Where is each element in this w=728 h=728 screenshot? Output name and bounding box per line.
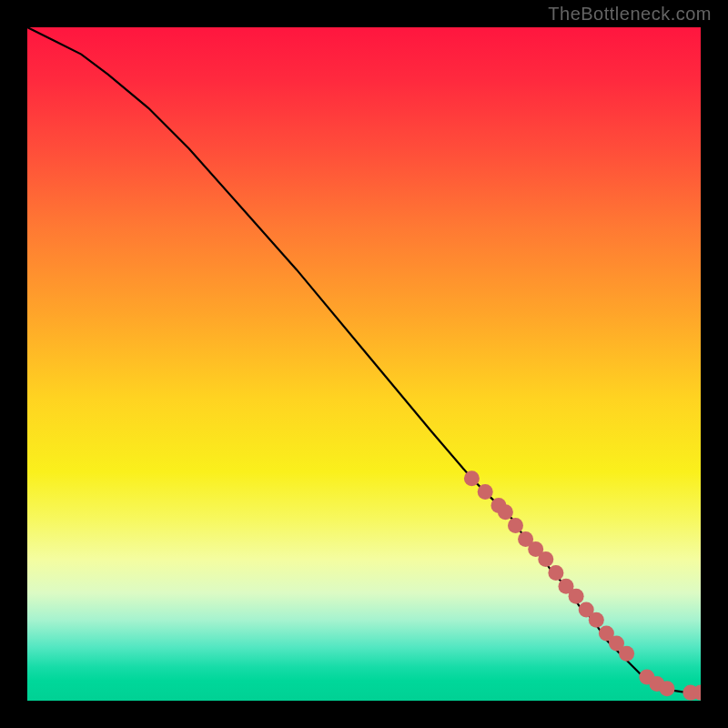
watermark-text: TheBottleneck.com	[548, 4, 712, 25]
plot-area	[27, 27, 701, 701]
chart-svg	[27, 27, 701, 701]
chart-curve	[27, 27, 701, 693]
highlight-marker	[508, 518, 523, 533]
highlight-marker	[619, 646, 634, 662]
highlight-marker	[464, 470, 480, 486]
highlight-marker	[660, 681, 675, 696]
highlight-marker	[589, 612, 604, 628]
highlight-marker	[548, 565, 563, 581]
highlight-marker	[538, 551, 553, 567]
highlight-markers	[464, 470, 701, 700]
highlight-marker	[478, 484, 493, 500]
highlight-marker	[498, 504, 513, 520]
highlight-marker	[569, 589, 584, 604]
chart-frame: TheBottleneck.com	[0, 0, 728, 728]
